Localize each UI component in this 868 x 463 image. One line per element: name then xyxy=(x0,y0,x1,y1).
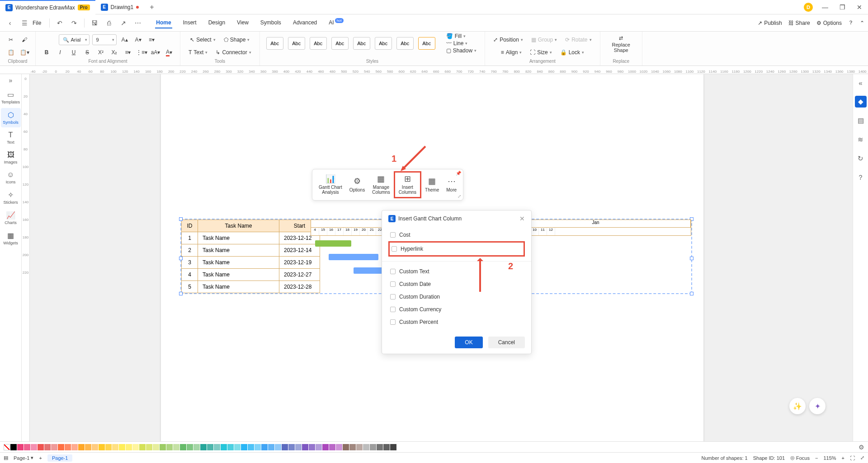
dialog-option-custom date[interactable]: Custom Date xyxy=(388,278,525,290)
color-chip[interactable] xyxy=(397,444,403,450)
collapse-ribbon-button[interactable]: ⌃ xyxy=(860,20,864,26)
style-preset-6[interactable]: Abc xyxy=(375,37,392,50)
publish-button[interactable]: ↗ Publish xyxy=(758,20,782,26)
canvas[interactable]: 📊 Gantt Chart Analysis ⚙ Options ▦ Manag… xyxy=(30,74,853,441)
close-window-button[interactable]: ✕ xyxy=(851,0,868,14)
text-tool[interactable]: T Text▾ xyxy=(186,49,210,56)
hamburger-icon[interactable]: ☰ xyxy=(18,17,31,29)
color-chip[interactable] xyxy=(322,444,329,450)
style-preset-3[interactable]: Abc xyxy=(310,37,327,50)
undo-button[interactable]: ↶ xyxy=(53,17,66,29)
focus-button[interactable]: ◎ Focus xyxy=(790,455,810,461)
copy-button[interactable]: 📋 xyxy=(5,47,16,58)
color-chip[interactable] xyxy=(146,444,152,450)
color-chip[interactable] xyxy=(10,444,17,450)
dialog-ok-button[interactable]: OK xyxy=(455,337,482,348)
right-format-button[interactable]: ◆ xyxy=(855,96,867,108)
superscript-button[interactable]: X² xyxy=(95,47,106,58)
format-painter-button[interactable]: 🖌 xyxy=(19,34,30,45)
color-chip[interactable] xyxy=(282,444,288,450)
color-chip[interactable] xyxy=(71,444,78,450)
color-chip[interactable] xyxy=(268,444,274,450)
ai-sparkle-button[interactable]: ✨ xyxy=(789,398,806,414)
color-chip[interactable] xyxy=(153,444,159,450)
export-button[interactable]: ↗ xyxy=(117,17,130,29)
italic-button[interactable]: I xyxy=(55,47,66,58)
minimize-button[interactable]: — xyxy=(816,0,834,14)
style-preset-8[interactable]: Abc xyxy=(418,37,435,50)
color-chip[interactable] xyxy=(58,444,64,450)
options-button[interactable]: ⚙ Options xyxy=(816,20,842,26)
font-color-button[interactable]: A▾ xyxy=(164,47,175,58)
new-tab-button[interactable]: + xyxy=(144,0,159,14)
color-chip[interactable] xyxy=(44,444,51,450)
ctx-options[interactable]: ⚙ Options xyxy=(346,171,368,198)
color-chip[interactable] xyxy=(92,444,98,450)
style-preset-4[interactable]: Abc xyxy=(331,37,349,50)
strike-button[interactable]: S xyxy=(82,47,93,58)
ctx-gantt chart
analysis[interactable]: 📊 Gantt Chart Analysis xyxy=(315,171,346,198)
right-page-button[interactable]: ▤ xyxy=(855,115,867,126)
color-chip[interactable] xyxy=(17,444,24,450)
sidebar-item-stickers[interactable]: ✧ Stickers xyxy=(1,188,21,207)
fullscreen-button[interactable]: ⤢ xyxy=(860,455,864,461)
color-chip[interactable] xyxy=(166,444,173,450)
color-chip[interactable] xyxy=(370,444,376,450)
color-chip[interactable] xyxy=(255,444,261,450)
color-chip[interactable] xyxy=(390,444,396,450)
tab-insert[interactable]: Insert xyxy=(182,18,198,28)
dialog-option-cost[interactable]: Cost xyxy=(388,229,525,241)
right-help-button[interactable]: ？ xyxy=(855,172,867,183)
shape-tool[interactable]: ⬠ Shape▾ xyxy=(221,37,253,43)
style-preset-7[interactable]: Abc xyxy=(396,37,414,50)
tab-symbols[interactable]: Symbols xyxy=(259,18,282,28)
pages-menu-button[interactable]: ▤ xyxy=(4,455,8,461)
sidebar-item-symbols[interactable]: ⬡ Symbols xyxy=(1,108,21,127)
dialog-option-custom text[interactable]: Custom Text xyxy=(388,265,525,278)
bullets-button[interactable]: ⋮≡▾ xyxy=(136,47,147,58)
zoom-level[interactable]: 115% xyxy=(823,455,836,461)
color-chip[interactable] xyxy=(31,444,37,450)
save-button[interactable]: 🖫 xyxy=(88,17,101,29)
replace-shape-button[interactable]: ⇄ Replace Shape xyxy=(606,33,637,55)
select-tool[interactable]: ↖ Select▾ xyxy=(187,37,218,43)
color-chip[interactable] xyxy=(302,444,308,450)
group-menu[interactable]: ▦ Group▾ xyxy=(528,37,560,43)
color-chip[interactable] xyxy=(329,444,335,450)
tab-home[interactable]: Home xyxy=(155,18,172,28)
dialog-option-hyperlink[interactable]: Hyperlink xyxy=(388,241,525,257)
ctx-manage
columns[interactable]: ▦ Manage Columns xyxy=(368,171,393,198)
share-button[interactable]: ⛓ Share xyxy=(788,20,810,26)
back-button[interactable]: ‹ xyxy=(4,17,16,29)
dialog-cancel-button[interactable]: Cancel xyxy=(488,337,525,348)
color-chip[interactable] xyxy=(51,444,57,450)
fit-page-button[interactable]: ⛶ xyxy=(850,455,855,461)
tab-advanced[interactable]: Advanced xyxy=(292,18,318,28)
color-chip[interactable] xyxy=(187,444,193,450)
color-chip[interactable] xyxy=(24,444,30,450)
color-chip[interactable] xyxy=(132,444,139,450)
align-menu[interactable]: ≡ Align▾ xyxy=(498,49,525,56)
ctx-insert
columns[interactable]: ⊞ Insert Columns xyxy=(394,171,421,198)
page-tab[interactable]: Page-1 xyxy=(47,454,72,462)
color-chip[interactable] xyxy=(180,444,186,450)
paste-button[interactable]: 📋▾ xyxy=(19,47,30,58)
print-button[interactable]: ⎙ xyxy=(103,17,115,29)
color-chip[interactable] xyxy=(261,444,268,450)
right-layers-button[interactable]: ≋ xyxy=(855,134,867,145)
decrease-font-button[interactable]: A▾ xyxy=(133,34,144,45)
add-page-button[interactable]: + xyxy=(39,455,42,461)
ctx-theme[interactable]: ▦ Theme xyxy=(421,171,443,198)
color-chip[interactable] xyxy=(316,444,322,450)
dialog-close-button[interactable]: ✕ xyxy=(519,215,525,222)
lock-menu[interactable]: 🔒 Lock▾ xyxy=(557,49,587,56)
font-family-select[interactable]: 🔍 Arial xyxy=(59,34,90,45)
sidebar-item-images[interactable]: 🖼 Images xyxy=(1,148,21,167)
subscript-button[interactable]: X₂ xyxy=(109,47,120,58)
color-chip[interactable] xyxy=(356,444,363,450)
ctx-expand-icon[interactable]: ⤢ xyxy=(458,194,461,199)
line-spacing-button[interactable]: ≡▾ xyxy=(123,47,133,58)
zoom-out-button[interactable]: − xyxy=(815,455,818,461)
color-chip[interactable] xyxy=(38,444,44,450)
redo-button[interactable]: ↷ xyxy=(68,17,80,29)
